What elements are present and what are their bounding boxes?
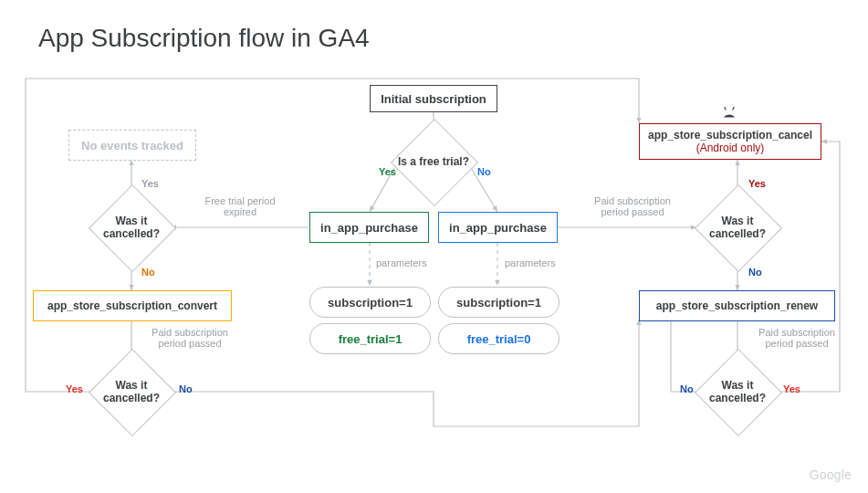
- param-subscription-right: subscription=1: [438, 287, 559, 318]
- label-tr-no: No: [748, 267, 762, 278]
- label-free-trial-no: No: [477, 166, 491, 177]
- node-initial-subscription: Initial subscription: [370, 85, 497, 112]
- page-title: App Subscription flow in GA4: [38, 24, 370, 53]
- decision-free-trial: Is a free trial?: [434, 162, 434, 163]
- param-free-trial-1: free_trial=1: [309, 323, 431, 354]
- svg-line-14: [733, 107, 735, 110]
- label-br-no: No: [680, 383, 694, 394]
- node-subscription-convert: app_store_subscription_convert: [33, 290, 232, 321]
- node-no-events: No events tracked: [68, 130, 196, 161]
- svg-line-13: [725, 107, 727, 110]
- decision-cancelled-bottom-right: Was it cancelled?: [737, 392, 738, 393]
- svg-point-15: [726, 113, 727, 115]
- label-bl-no: No: [179, 383, 193, 394]
- android-icon: [719, 106, 739, 122]
- cancel-line-2: (Android only): [696, 142, 765, 154]
- label-br-yes: Yes: [783, 383, 800, 394]
- label-paid-passed-right: Paid subscription period passed: [582, 195, 683, 217]
- cancel-line-1: app_store_subscription_cancel: [648, 129, 812, 142]
- svg-point-16: [731, 113, 733, 115]
- decision-cancelled-bottom-left: Was it cancelled?: [131, 392, 132, 393]
- label-parameters-left: parameters: [376, 257, 427, 268]
- node-subscription-renew: app_store_subscription_renew: [639, 290, 835, 321]
- label-tl-no: No: [141, 267, 155, 278]
- google-logo: Google: [810, 467, 852, 482]
- label-tr-yes: Yes: [748, 178, 766, 189]
- param-free-trial-0: free_trial=0: [438, 323, 559, 354]
- label-parameters-right: parameters: [505, 257, 556, 268]
- node-subscription-cancel: app_store_subscription_cancel (Android o…: [639, 123, 821, 160]
- node-iap-paid: in_app_purchase: [438, 212, 558, 243]
- param-subscription-left: subscription=1: [309, 287, 431, 318]
- label-paid-passed-br: Paid subscription period passed: [747, 327, 847, 349]
- label-tl-yes: Yes: [141, 178, 159, 189]
- decision-cancelled-top-right: Was it cancelled?: [737, 227, 738, 228]
- label-free-trial-expired: Free trial period expired: [194, 195, 286, 217]
- label-bl-yes: Yes: [66, 383, 83, 394]
- decision-cancelled-top-left: Was it cancelled?: [131, 227, 132, 228]
- node-iap-free-trial: in_app_purchase: [309, 212, 429, 243]
- label-paid-passed-left: Paid subscription period passed: [140, 327, 240, 349]
- label-free-trial-yes: Yes: [379, 166, 396, 177]
